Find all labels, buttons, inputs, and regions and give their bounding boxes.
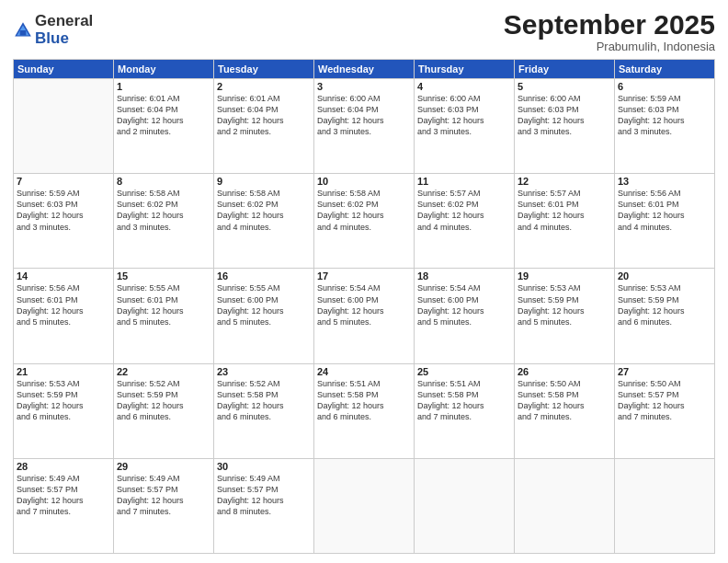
col-saturday: Saturday — [615, 60, 715, 79]
day-info: Sunrise: 5:58 AM Sunset: 6:02 PM Dayligh… — [317, 188, 411, 233]
col-thursday: Thursday — [415, 60, 515, 79]
logo-general-text: General — [35, 13, 93, 30]
day-number: 5 — [518, 81, 611, 92]
col-tuesday: Tuesday — [214, 60, 314, 79]
table-row — [615, 458, 715, 553]
day-info: Sunrise: 5:59 AM Sunset: 6:03 PM Dayligh… — [618, 93, 711, 138]
day-number: 24 — [317, 366, 411, 377]
calendar-header-row: Sunday Monday Tuesday Wednesday Thursday… — [14, 60, 715, 79]
day-info: Sunrise: 5:56 AM Sunset: 6:01 PM Dayligh… — [618, 188, 711, 233]
day-number: 14 — [17, 270, 110, 282]
month-title: September 2025 — [504, 9, 715, 40]
table-row: 29Sunrise: 5:49 AM Sunset: 5:57 PM Dayli… — [114, 458, 214, 553]
logo-blue-text: Blue — [35, 30, 93, 48]
day-number: 27 — [618, 366, 711, 377]
day-info: Sunrise: 5:49 AM Sunset: 5:57 PM Dayligh… — [17, 473, 110, 518]
day-info: Sunrise: 5:51 AM Sunset: 5:58 PM Dayligh… — [317, 378, 411, 423]
day-info: Sunrise: 5:50 AM Sunset: 5:57 PM Dayligh… — [618, 378, 711, 423]
table-row: 15Sunrise: 5:55 AM Sunset: 6:01 PM Dayli… — [114, 269, 214, 363]
table-row: 27Sunrise: 5:50 AM Sunset: 5:57 PM Dayli… — [615, 363, 715, 458]
title-block: September 2025 Prabumulih, Indonesia — [504, 9, 715, 53]
day-info: Sunrise: 5:59 AM Sunset: 6:03 PM Dayligh… — [17, 188, 110, 233]
logo-text: General Blue — [35, 13, 93, 47]
day-number: 23 — [217, 366, 311, 377]
table-row: 30Sunrise: 5:49 AM Sunset: 5:57 PM Dayli… — [214, 458, 314, 553]
day-number: 26 — [518, 366, 611, 377]
col-friday: Friday — [515, 60, 615, 79]
day-info: Sunrise: 5:55 AM Sunset: 6:01 PM Dayligh… — [117, 282, 210, 327]
table-row: 5Sunrise: 6:00 AM Sunset: 6:03 PM Daylig… — [515, 79, 615, 174]
table-row: 14Sunrise: 5:56 AM Sunset: 6:01 PM Dayli… — [14, 269, 114, 363]
logo-icon — [13, 20, 33, 40]
logo: General Blue — [13, 13, 93, 47]
table-row — [314, 458, 415, 553]
day-info: Sunrise: 5:53 AM Sunset: 5:59 PM Dayligh… — [518, 282, 611, 327]
day-number: 25 — [417, 366, 511, 377]
table-row — [415, 458, 515, 553]
col-monday: Monday — [114, 60, 214, 79]
day-number: 7 — [17, 176, 110, 187]
week-row-4: 21Sunrise: 5:53 AM Sunset: 5:59 PM Dayli… — [14, 363, 715, 458]
table-row: 7Sunrise: 5:59 AM Sunset: 6:03 PM Daylig… — [14, 174, 114, 269]
table-row: 17Sunrise: 5:54 AM Sunset: 6:00 PM Dayli… — [314, 269, 415, 363]
table-row: 9Sunrise: 5:58 AM Sunset: 6:02 PM Daylig… — [214, 174, 314, 269]
week-row-2: 7Sunrise: 5:59 AM Sunset: 6:03 PM Daylig… — [14, 174, 715, 269]
day-number: 9 — [217, 176, 311, 187]
table-row: 18Sunrise: 5:54 AM Sunset: 6:00 PM Dayli… — [415, 269, 515, 363]
day-number: 20 — [618, 270, 711, 282]
day-info: Sunrise: 5:52 AM Sunset: 5:59 PM Dayligh… — [117, 378, 210, 423]
table-row: 26Sunrise: 5:50 AM Sunset: 5:58 PM Dayli… — [515, 363, 615, 458]
day-number: 4 — [417, 81, 511, 92]
week-row-3: 14Sunrise: 5:56 AM Sunset: 6:01 PM Dayli… — [14, 269, 715, 363]
day-number: 21 — [17, 366, 110, 377]
table-row: 4Sunrise: 6:00 AM Sunset: 6:03 PM Daylig… — [415, 79, 515, 174]
day-info: Sunrise: 5:54 AM Sunset: 6:00 PM Dayligh… — [417, 282, 511, 327]
day-number: 18 — [417, 270, 511, 282]
day-number: 12 — [518, 176, 611, 187]
col-sunday: Sunday — [14, 60, 114, 79]
day-number: 22 — [117, 366, 210, 377]
day-info: Sunrise: 5:53 AM Sunset: 5:59 PM Dayligh… — [17, 378, 110, 423]
day-info: Sunrise: 5:57 AM Sunset: 6:01 PM Dayligh… — [518, 188, 611, 233]
table-row: 23Sunrise: 5:52 AM Sunset: 5:58 PM Dayli… — [214, 363, 314, 458]
svg-rect-2 — [20, 30, 27, 36]
table-row: 24Sunrise: 5:51 AM Sunset: 5:58 PM Dayli… — [314, 363, 415, 458]
day-info: Sunrise: 5:51 AM Sunset: 5:58 PM Dayligh… — [417, 378, 511, 423]
day-number: 30 — [217, 461, 311, 472]
day-info: Sunrise: 6:00 AM Sunset: 6:03 PM Dayligh… — [417, 93, 511, 138]
table-row: 21Sunrise: 5:53 AM Sunset: 5:59 PM Dayli… — [14, 363, 114, 458]
day-info: Sunrise: 5:49 AM Sunset: 5:57 PM Dayligh… — [117, 473, 210, 518]
day-number: 29 — [117, 461, 210, 472]
day-number: 3 — [317, 81, 411, 92]
day-number: 6 — [618, 81, 711, 92]
day-info: Sunrise: 5:56 AM Sunset: 6:01 PM Dayligh… — [17, 282, 110, 327]
day-info: Sunrise: 5:49 AM Sunset: 5:57 PM Dayligh… — [217, 473, 311, 518]
day-info: Sunrise: 5:54 AM Sunset: 6:00 PM Dayligh… — [317, 282, 411, 327]
day-number: 15 — [117, 270, 210, 282]
table-row: 12Sunrise: 5:57 AM Sunset: 6:01 PM Dayli… — [515, 174, 615, 269]
table-row: 8Sunrise: 5:58 AM Sunset: 6:02 PM Daylig… — [114, 174, 214, 269]
day-number: 1 — [117, 81, 210, 92]
table-row: 6Sunrise: 5:59 AM Sunset: 6:03 PM Daylig… — [615, 79, 715, 174]
day-info: Sunrise: 6:01 AM Sunset: 6:04 PM Dayligh… — [117, 93, 210, 138]
day-info: Sunrise: 5:55 AM Sunset: 6:00 PM Dayligh… — [217, 282, 311, 327]
week-row-5: 28Sunrise: 5:49 AM Sunset: 5:57 PM Dayli… — [14, 458, 715, 553]
table-row: 25Sunrise: 5:51 AM Sunset: 5:58 PM Dayli… — [415, 363, 515, 458]
header: General Blue September 2025 Prabumulih, … — [13, 9, 715, 53]
day-info: Sunrise: 6:01 AM Sunset: 6:04 PM Dayligh… — [217, 93, 311, 138]
table-row: 19Sunrise: 5:53 AM Sunset: 5:59 PM Dayli… — [515, 269, 615, 363]
day-info: Sunrise: 6:00 AM Sunset: 6:04 PM Dayligh… — [317, 93, 411, 138]
week-row-1: 1Sunrise: 6:01 AM Sunset: 6:04 PM Daylig… — [14, 79, 715, 174]
day-number: 11 — [417, 176, 511, 187]
day-number: 2 — [217, 81, 311, 92]
day-number: 10 — [317, 176, 411, 187]
day-info: Sunrise: 5:58 AM Sunset: 6:02 PM Dayligh… — [217, 188, 311, 233]
day-info: Sunrise: 5:52 AM Sunset: 5:58 PM Dayligh… — [217, 378, 311, 423]
day-info: Sunrise: 6:00 AM Sunset: 6:03 PM Dayligh… — [518, 93, 611, 138]
location: Prabumulih, Indonesia — [504, 40, 715, 53]
day-info: Sunrise: 5:58 AM Sunset: 6:02 PM Dayligh… — [117, 188, 210, 233]
table-row — [14, 79, 114, 174]
table-row: 28Sunrise: 5:49 AM Sunset: 5:57 PM Dayli… — [14, 458, 114, 553]
day-number: 13 — [618, 176, 711, 187]
table-row: 16Sunrise: 5:55 AM Sunset: 6:00 PM Dayli… — [214, 269, 314, 363]
